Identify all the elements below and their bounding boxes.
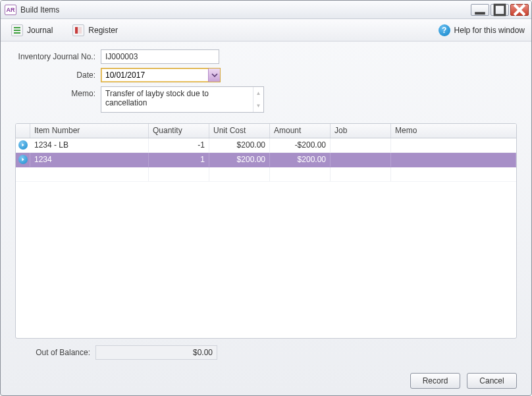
- help-link[interactable]: ? Help for this window: [439, 24, 525, 36]
- content-area: Inventory Journal No.: Date: Memo: ▲: [1, 42, 531, 366]
- cell-item[interactable]: 1234: [30, 153, 149, 167]
- grid-body[interactable]: 1234 - LB-1$200.00-$200.0012341$200.00$2…: [16, 138, 516, 338]
- date-label: Date:: [15, 68, 101, 80]
- window-title: Build Items: [20, 5, 471, 14]
- help-label: Help for this window: [454, 26, 525, 35]
- row-arrow-icon: [18, 140, 28, 150]
- build-items-window: AR Build Items Journal Register ? Help f…: [0, 0, 532, 396]
- register-icon: [72, 24, 84, 36]
- close-button[interactable]: [510, 4, 529, 16]
- memo-up-button[interactable]: ▲: [253, 87, 263, 99]
- cell-amount[interactable]: $200.00: [270, 153, 331, 167]
- register-link[interactable]: Register: [68, 22, 122, 39]
- toolbar: Journal Register ? Help for this window: [1, 19, 531, 42]
- memo-input[interactable]: [101, 87, 253, 112]
- header-form: Inventory Journal No.: Date: Memo: ▲: [15, 49, 517, 117]
- app-icon: AR: [5, 5, 16, 15]
- table-row[interactable]: 12341$200.00$200.00: [16, 153, 516, 167]
- titlebar: AR Build Items: [1, 1, 531, 19]
- memo-field: ▲ ▼: [101, 86, 264, 113]
- record-button[interactable]: Record: [410, 373, 460, 389]
- journal-label: Journal: [27, 26, 53, 35]
- help-icon: ?: [439, 24, 450, 36]
- grid-header-amount[interactable]: Amount: [270, 124, 331, 138]
- cell-amount[interactable]: -$200.00: [270, 138, 331, 152]
- maximize-button[interactable]: [491, 4, 509, 16]
- date-dropdown-button[interactable]: [208, 69, 220, 82]
- grid-header-item[interactable]: Item Number: [30, 124, 149, 138]
- grid-header-memo[interactable]: Memo: [391, 124, 516, 138]
- row-icon-cell: [16, 138, 30, 152]
- minimize-button[interactable]: [471, 4, 489, 16]
- grid-header-icon: [16, 124, 30, 138]
- balance-value: $0.00: [95, 345, 217, 360]
- row-arrow-icon: [18, 155, 28, 164]
- cell-item[interactable]: 1234 - LB: [30, 138, 149, 152]
- cell-unit[interactable]: $200.00: [209, 138, 270, 152]
- row-icon-cell: [16, 153, 30, 167]
- cell-qty[interactable]: -1: [149, 138, 209, 152]
- date-field[interactable]: [101, 68, 221, 82]
- items-grid: Item Number Quantity Unit Cost Amount Jo…: [15, 123, 517, 339]
- journal-link[interactable]: Journal: [7, 22, 57, 39]
- cell-job[interactable]: [331, 138, 391, 152]
- cell-qty[interactable]: 1: [149, 153, 209, 167]
- chevron-down-icon: [211, 72, 218, 78]
- grid-header: Item Number Quantity Unit Cost Amount Jo…: [16, 124, 516, 138]
- journal-icon: [11, 24, 23, 36]
- cancel-button[interactable]: Cancel: [467, 373, 517, 389]
- balance-label: Out of Balance:: [15, 348, 95, 357]
- table-row-blank[interactable]: [16, 167, 516, 182]
- journal-no-input[interactable]: [101, 49, 219, 64]
- date-input[interactable]: [101, 69, 208, 82]
- footer: Record Cancel: [1, 366, 531, 395]
- cell-memo[interactable]: [391, 138, 516, 152]
- register-label: Register: [88, 26, 118, 35]
- table-row[interactable]: 1234 - LB-1$200.00-$200.00: [16, 138, 516, 153]
- cell-job[interactable]: [331, 153, 391, 167]
- memo-label: Memo:: [15, 86, 101, 98]
- grid-header-qty[interactable]: Quantity: [149, 124, 209, 138]
- cell-memo[interactable]: [391, 153, 516, 167]
- grid-header-unit[interactable]: Unit Cost: [209, 124, 270, 138]
- window-controls: [471, 4, 529, 16]
- memo-down-button[interactable]: ▼: [253, 99, 263, 112]
- cell-unit[interactable]: $200.00: [209, 153, 270, 167]
- journal-no-label: Inventory Journal No.:: [15, 49, 101, 61]
- svg-rect-1: [494, 5, 505, 15]
- grid-header-job[interactable]: Job: [331, 124, 391, 138]
- balance-row: Out of Balance: $0.00: [15, 345, 517, 360]
